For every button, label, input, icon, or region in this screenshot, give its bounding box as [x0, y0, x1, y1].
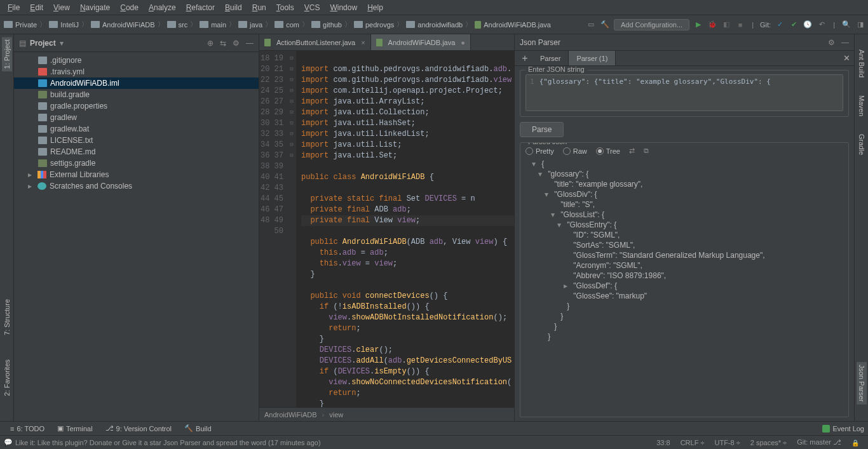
indent-setting[interactable]: 2 spaces* ÷	[745, 439, 792, 446]
json-tree-view[interactable]: ▾ { ▾ "glossary": { "title": "example gl…	[526, 159, 843, 342]
view-mode-raw[interactable]: Raw	[563, 147, 587, 155]
breadcrumb-item[interactable]: github	[310, 21, 343, 29]
json-tree-row[interactable]: "title": "example glossary",	[526, 179, 843, 189]
breadcrumb-item[interactable]: androidwifiadb	[405, 21, 464, 29]
project-tree[interactable]: .gitignore.travis.ymlAndroidWiFiADB.imlb…	[14, 52, 259, 421]
json-tree-row[interactable]: }	[526, 311, 843, 321]
git-history-icon[interactable]: 🕓	[803, 20, 813, 30]
json-tree-row[interactable]: "Abbrev": "ISO 8879:1986",	[526, 271, 843, 281]
view-mode-tree[interactable]: Tree	[596, 147, 620, 155]
settings-icon[interactable]: ⚙	[233, 39, 240, 48]
tree-item[interactable]: README.md	[14, 146, 259, 157]
caret-position[interactable]: 33:8	[651, 439, 675, 446]
tree-item[interactable]: gradle.properties	[14, 100, 259, 112]
json-tree-row[interactable]: "GlossSee": "markup"	[526, 291, 843, 301]
tree-item[interactable]: LICENSE.txt	[14, 135, 259, 146]
parse-button[interactable]: Parse	[520, 122, 564, 137]
close-tab-icon[interactable]: ×	[358, 39, 365, 46]
breadcrumb-item[interactable]: com	[273, 21, 301, 29]
menu-window[interactable]: Window	[325, 1, 362, 14]
menu-code[interactable]: Code	[115, 1, 144, 14]
json-tree-row[interactable]: ▾ "glossary": {	[526, 169, 843, 179]
menu-help[interactable]: Help	[362, 1, 388, 14]
menu-view[interactable]: View	[48, 1, 75, 14]
tree-item[interactable]: build.gradle	[14, 89, 259, 100]
structure-tool-tab[interactable]: 7: Structure	[2, 297, 12, 338]
ide-settings-icon[interactable]: ◨	[855, 20, 865, 30]
menu-tools[interactable]: Tools	[271, 1, 299, 14]
menu-refactor[interactable]: Refactor	[181, 1, 220, 14]
json-parser-tab[interactable]: Json Parser	[857, 362, 867, 405]
json-tree-row[interactable]: }	[526, 321, 843, 332]
editor-tab[interactable]: ActionButtonListener.java×	[259, 34, 371, 50]
json-hide-icon[interactable]: —	[841, 38, 849, 47]
line-separator[interactable]: CRLF ÷	[675, 439, 710, 446]
json-tree-row[interactable]: ▾ "GlossEntry": {	[526, 220, 843, 230]
json-tree-row[interactable]: ▸ "GlossDef": {	[526, 281, 843, 291]
view-mode-pretty[interactable]: Pretty	[526, 147, 554, 155]
run-icon[interactable]: ▶	[693, 20, 703, 30]
format-icon[interactable]: ⇄	[629, 147, 635, 155]
copy-icon[interactable]: ⧉	[644, 147, 649, 155]
close-tab-icon[interactable]: ●	[458, 39, 465, 46]
breadcrumb-item[interactable]: src	[166, 21, 189, 29]
hide-icon[interactable]: —	[246, 39, 254, 48]
tree-item[interactable]: gradlew	[14, 112, 259, 123]
tree-item[interactable]: .gitignore	[14, 55, 259, 66]
tree-item[interactable]: gradlew.bat	[14, 123, 259, 135]
ant-build-tab[interactable]: Ant Build	[857, 47, 867, 80]
breadcrumb-item[interactable]: Private	[3, 21, 38, 29]
close-parser-tab-icon[interactable]: ✕	[839, 51, 854, 65]
collapse-icon[interactable]: ⇆	[220, 39, 226, 48]
version-control-tab[interactable]: ⎇9: Version Control	[99, 424, 178, 432]
gradle-tab[interactable]: Gradle	[857, 131, 867, 157]
json-tree-row[interactable]: "title": "S",	[526, 199, 843, 210]
git-update-icon[interactable]: ✓	[775, 20, 785, 30]
json-tree-row[interactable]: }	[526, 301, 843, 311]
menu-build[interactable]: Build	[220, 1, 247, 14]
json-tree-row[interactable]: }	[526, 332, 843, 342]
file-encoding[interactable]: UTF-8 ÷	[709, 439, 745, 446]
json-tree-row[interactable]: "ID": "SGML",	[526, 230, 843, 240]
locate-icon[interactable]: ⊕	[207, 39, 214, 48]
menu-navigate[interactable]: Navigate	[75, 1, 115, 14]
json-tree-row[interactable]: ▾ "GlossDiv": {	[526, 189, 843, 199]
debug-icon[interactable]: 🐞	[707, 20, 717, 30]
menu-file[interactable]: File	[3, 1, 25, 14]
build-icon[interactable]: 🔨	[600, 20, 610, 30]
fold-gutter[interactable]: ⊟ ⊟ ⊟ ⊟ ⊟ ⊟ ⊟ ⊟ ⊟ ⊟	[287, 51, 296, 407]
coverage-icon[interactable]: ◧	[721, 20, 731, 30]
breadcrumb-item[interactable]: pedrovgs	[353, 21, 395, 29]
breadcrumb-item[interactable]: main	[198, 21, 227, 29]
menu-vcs[interactable]: VCS	[299, 1, 325, 14]
json-input-textarea[interactable]: 1 {"glossary": {"title": "example glossa…	[526, 74, 843, 111]
scratches-consoles[interactable]: ▸Scratches and Consoles	[14, 180, 259, 192]
add-parser-tab-button[interactable]: +	[517, 51, 532, 65]
json-tree-row[interactable]: "GlossTerm": "Standard Generalized Marku…	[526, 250, 843, 260]
stop-icon[interactable]: ■	[735, 20, 745, 30]
git-commit-icon[interactable]: ✔	[789, 20, 799, 30]
parser-tab[interactable]: Parser (1)	[569, 51, 616, 65]
device-icon[interactable]: ▭	[586, 20, 596, 30]
lock-icon[interactable]	[846, 439, 864, 446]
favorites-tool-tab[interactable]: 2: Favorites	[2, 357, 12, 398]
breadcrumb-item[interactable]: AndroidWiFiADB	[90, 21, 156, 29]
tree-item[interactable]: AndroidWiFiADB.iml	[14, 77, 259, 89]
editor-breadcrumb[interactable]: AndroidWiFiADB › view	[259, 407, 514, 421]
search-icon[interactable]: 🔍	[841, 20, 851, 30]
menu-analyze[interactable]: Analyze	[144, 1, 181, 14]
maven-tab[interactable]: Maven	[857, 93, 867, 119]
git-revert-icon[interactable]: ↶	[817, 20, 827, 30]
external-libraries[interactable]: ▸External Libraries	[14, 169, 259, 180]
menu-run[interactable]: Run	[247, 1, 271, 14]
tree-item[interactable]: .travis.yml	[14, 66, 259, 77]
editor-tab[interactable]: AndroidWiFiADB.java●	[371, 34, 471, 50]
json-tree-row[interactable]: ▾ "GlossList": {	[526, 210, 843, 220]
tree-item[interactable]: settigs.gradle	[14, 157, 259, 169]
json-tree-row[interactable]: "Acronym": "SGML",	[526, 260, 843, 271]
json-tree-row[interactable]: "SortAs": "SGML",	[526, 240, 843, 250]
todo-tab[interactable]: ≡6: TODO	[4, 425, 51, 432]
terminal-tab[interactable]: ▣Terminal	[51, 424, 99, 432]
breadcrumb-item[interactable]: java	[237, 21, 264, 29]
git-branch[interactable]: Git: master ⎇	[792, 438, 846, 446]
